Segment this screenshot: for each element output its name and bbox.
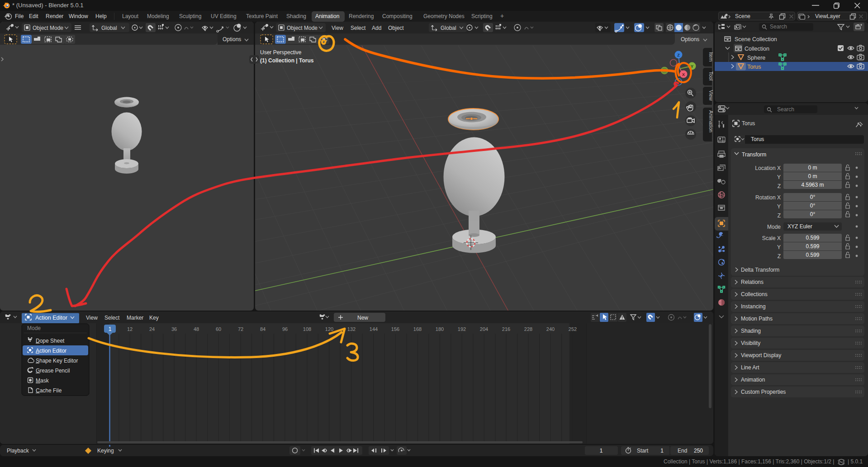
svg-text:Marker: Marker xyxy=(127,315,143,321)
svg-text:1: 1 xyxy=(600,448,603,454)
svg-text:24: 24 xyxy=(149,326,155,332)
svg-text:X: X xyxy=(682,72,685,77)
svg-text:Action Editor: Action Editor xyxy=(36,348,66,354)
svg-text:192: 192 xyxy=(458,326,466,332)
svg-text:240: 240 xyxy=(546,326,555,332)
svg-text:228: 228 xyxy=(524,326,532,332)
svg-text:60: 60 xyxy=(216,326,221,332)
svg-text:1: 1 xyxy=(109,326,112,332)
svg-text:Mask: Mask xyxy=(36,377,49,384)
svg-text:Search: Search xyxy=(770,24,787,30)
svg-text:12: 12 xyxy=(127,326,133,332)
svg-text:Keying: Keying xyxy=(97,448,114,454)
svg-text:204: 204 xyxy=(480,326,488,332)
svg-text:252: 252 xyxy=(569,326,577,332)
svg-text:Start: Start xyxy=(637,448,649,454)
svg-text:180: 180 xyxy=(436,326,444,332)
svg-text:96: 96 xyxy=(282,326,288,332)
svg-text:End: End xyxy=(678,448,687,454)
svg-text:1: 1 xyxy=(660,448,664,454)
svg-text:Select: Select xyxy=(104,315,120,321)
svg-text:Key: Key xyxy=(149,315,159,321)
svg-text:Cache File: Cache File xyxy=(36,387,62,394)
svg-text:156: 156 xyxy=(391,326,399,332)
svg-text:Object Mode: Object Mode xyxy=(33,25,63,31)
svg-text:168: 168 xyxy=(413,326,422,332)
svg-text:120: 120 xyxy=(325,326,333,332)
svg-text:New: New xyxy=(357,315,368,321)
svg-text:Global: Global xyxy=(101,25,117,31)
svg-text:36: 36 xyxy=(171,326,177,332)
svg-text:144: 144 xyxy=(370,326,378,332)
svg-text:Playback: Playback xyxy=(7,448,29,454)
svg-text:Options: Options xyxy=(681,36,699,42)
svg-text:Scene Collection: Scene Collection xyxy=(735,36,777,42)
svg-text:Mode: Mode xyxy=(27,325,41,331)
svg-text:84: 84 xyxy=(260,326,266,332)
svg-text:250: 250 xyxy=(694,448,703,454)
svg-text:Animation: Animation xyxy=(708,110,713,132)
svg-text:(1) Collection | Torus: (1) Collection | Torus xyxy=(260,57,314,64)
svg-text:Shape Key Editor: Shape Key Editor xyxy=(36,358,78,364)
svg-text:Select: Select xyxy=(351,25,366,31)
svg-text:Collection: Collection xyxy=(745,46,769,52)
svg-text:Z: Z xyxy=(677,53,680,57)
svg-text:User Perspective: User Perspective xyxy=(260,49,302,56)
svg-text:View: View xyxy=(332,25,343,31)
svg-text:132: 132 xyxy=(347,326,356,332)
svg-text:108: 108 xyxy=(303,326,311,332)
svg-text:216: 216 xyxy=(502,326,510,332)
svg-text:Options: Options xyxy=(223,36,241,42)
svg-text:Grease Pencil: Grease Pencil xyxy=(36,368,70,374)
svg-text:View: View xyxy=(86,315,98,321)
svg-text:Object Mode: Object Mode xyxy=(287,25,318,31)
svg-text:Add: Add xyxy=(372,25,381,31)
svg-text:72: 72 xyxy=(238,326,243,332)
svg-text:Dope Sheet: Dope Sheet xyxy=(36,338,65,344)
svg-text:Torus: Torus xyxy=(747,64,761,70)
svg-text:View: View xyxy=(708,90,713,101)
svg-text:Y: Y xyxy=(691,64,693,69)
svg-text:Tool: Tool xyxy=(708,71,713,80)
svg-text:Action Editor: Action Editor xyxy=(35,315,67,321)
svg-text:Item: Item xyxy=(708,52,713,61)
svg-text:Sphere: Sphere xyxy=(747,55,765,61)
svg-text:Object: Object xyxy=(388,25,404,31)
svg-text:Global: Global xyxy=(441,25,456,31)
svg-text:48: 48 xyxy=(194,326,199,332)
